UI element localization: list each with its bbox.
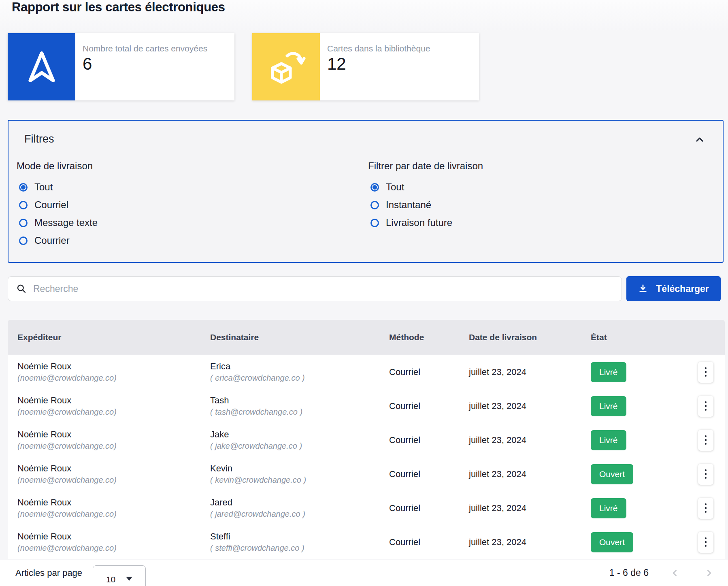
stat-card-sent: Nombre total de cartes envoyées 6: [8, 33, 234, 100]
date-cell: juillet 23, 2024: [459, 537, 581, 548]
sender-email: (noemie@crowdchange.co): [17, 509, 200, 519]
sender-email: (noemie@crowdchange.co): [17, 441, 200, 451]
row-menu-button[interactable]: [698, 464, 713, 485]
radio-icon[interactable]: [370, 219, 379, 227]
stat-card-library: Cartes dans la bibliothèque 12: [252, 33, 479, 100]
sender-name: Noémie Roux: [17, 463, 200, 474]
stat-label: Cartes dans la bibliothèque: [327, 44, 430, 53]
filter-group-label: Filtrer par date de livraison: [368, 160, 483, 172]
row-menu-button[interactable]: [698, 396, 713, 417]
radio-label: Livraison future: [386, 217, 452, 228]
sender-email: (noemie@crowdchange.co): [17, 407, 200, 417]
column-header-date: Date de livraison: [459, 332, 581, 342]
radio-selected-icon[interactable]: [19, 183, 28, 192]
next-page-button[interactable]: [703, 567, 715, 579]
filter-group-delivery-date: Filtrer par date de livraison Tout Insta…: [368, 160, 483, 232]
table-row: Noémie Roux (noemie@crowdchange.co) Kevi…: [8, 457, 725, 491]
recipient-email: ( steffi@crowdchange.co ): [210, 543, 379, 553]
recipient-email: ( tash@crowdchange.co ): [210, 407, 379, 417]
search-icon: [16, 283, 27, 294]
radio-label: Tout: [386, 181, 404, 193]
radio-option-tout[interactable]: Tout: [17, 178, 98, 196]
radio-icon[interactable]: [19, 237, 28, 245]
recipient-email: ( jared@crowdchange.co ): [210, 509, 379, 519]
status-badge: Livré: [591, 396, 626, 416]
chevron-right-icon: [704, 568, 714, 578]
items-per-page-label: Articles par page: [15, 568, 82, 578]
radio-label: Instantané: [386, 199, 431, 211]
table-header-row: Expéditeur Destinataire Méthode Date de …: [8, 320, 725, 355]
table-row: Noémie Roux (noemie@crowdchange.co) Jare…: [8, 491, 725, 525]
cards-report-table: Expéditeur Destinataire Méthode Date de …: [8, 320, 725, 559]
radio-option-tout-date[interactable]: Tout: [368, 178, 483, 196]
sender-name: Noémie Roux: [17, 497, 200, 508]
radio-option-courrier[interactable]: Courrier: [17, 232, 98, 249]
page-title: Rapport sur les cartes électroniques: [12, 0, 728, 15]
filter-group-delivery-mode: Mode de livraison Tout Courriel Message …: [17, 160, 98, 249]
download-button-label: Télécharger: [656, 283, 709, 294]
sender-email: (noemie@crowdchange.co): [17, 475, 200, 485]
recipient-name: Erica: [210, 361, 379, 372]
status-badge: Ouvert: [591, 464, 633, 484]
method-cell: Courriel: [379, 401, 459, 411]
radio-option-livraison-future[interactable]: Livraison future: [368, 214, 483, 232]
radio-icon[interactable]: [19, 201, 28, 209]
recipient-name: Jake: [210, 429, 379, 440]
send-arrow-icon: [8, 33, 75, 100]
row-menu-button[interactable]: [698, 532, 713, 553]
radio-label: Message texte: [34, 217, 98, 228]
items-per-page-value: 10: [106, 575, 115, 584]
chevron-left-icon: [670, 568, 680, 578]
stat-value: 6: [83, 54, 207, 74]
radio-option-courriel[interactable]: Courriel: [17, 196, 98, 214]
method-cell: Courriel: [379, 537, 459, 548]
radio-option-message-texte[interactable]: Message texte: [17, 214, 98, 232]
row-menu-button[interactable]: [698, 362, 713, 383]
column-header-status: État: [581, 332, 688, 342]
radio-icon[interactable]: [370, 201, 379, 209]
row-menu-button[interactable]: [698, 498, 713, 519]
table-row: Noémie Roux (noemie@crowdchange.co) Jake…: [8, 423, 725, 457]
stat-value: 12: [327, 54, 430, 74]
recipient-email: ( kevin@crowdchange.co ): [210, 475, 379, 485]
download-icon: [638, 284, 648, 294]
search-box[interactable]: [8, 276, 622, 301]
sender-name: Noémie Roux: [17, 395, 200, 406]
recipient-name: Tash: [210, 395, 379, 406]
sender-name: Noémie Roux: [17, 361, 200, 372]
collapse-filters-button[interactable]: [693, 133, 707, 147]
search-toolbar: Télécharger: [8, 276, 721, 301]
row-menu-button[interactable]: [698, 430, 713, 451]
search-input[interactable]: [33, 283, 613, 294]
radio-selected-icon[interactable]: [370, 183, 379, 192]
caret-down-icon: [126, 577, 132, 581]
pagination-range-label: 1 - 6 de 6: [609, 567, 649, 578]
column-header-recipient: Destinataire: [200, 332, 379, 342]
method-cell: Courriel: [379, 435, 459, 445]
filters-title: Filtres: [24, 133, 54, 145]
previous-page-button[interactable]: [669, 567, 681, 579]
download-button[interactable]: Télécharger: [626, 276, 721, 301]
radio-icon[interactable]: [19, 219, 28, 227]
date-cell: juillet 23, 2024: [459, 401, 581, 411]
pagination-footer: Articles par page 10 1 - 6 de 6: [0, 560, 728, 586]
filter-group-label: Mode de livraison: [17, 160, 98, 172]
sender-name: Noémie Roux: [17, 531, 200, 542]
items-per-page-select[interactable]: 10: [93, 565, 146, 586]
status-badge: Livré: [591, 362, 626, 382]
date-cell: juillet 23, 2024: [459, 367, 581, 377]
recipient-email: ( erica@crowdchange.co ): [210, 373, 379, 383]
sender-name: Noémie Roux: [17, 429, 200, 440]
radio-option-instantane[interactable]: Instantané: [368, 196, 483, 214]
sender-email: (noemie@crowdchange.co): [17, 373, 200, 383]
method-cell: Courriel: [379, 503, 459, 514]
status-badge: Livré: [591, 498, 626, 518]
recipient-name: Kevin: [210, 463, 379, 474]
stat-label: Nombre total de cartes envoyées: [83, 44, 207, 53]
table-row: Noémie Roux (noemie@crowdchange.co) Tash…: [8, 389, 725, 423]
radio-label: Courrier: [34, 235, 70, 246]
column-header-method: Méthode: [379, 332, 459, 342]
column-header-sender: Expéditeur: [8, 332, 200, 342]
status-badge: Livré: [591, 430, 626, 450]
date-cell: juillet 23, 2024: [459, 469, 581, 479]
